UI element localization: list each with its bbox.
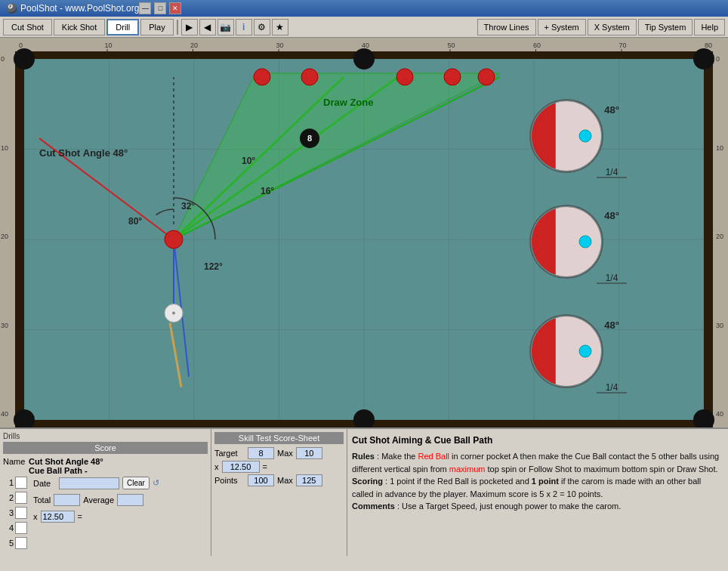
- score-box-4[interactable]: [15, 522, 27, 534]
- icon-btn-info[interactable]: i: [236, 19, 252, 35]
- score-row-3: 3: [3, 507, 27, 519]
- description-section: Cut Shot Aiming & Cue Ball Path Rules : …: [347, 429, 728, 556]
- titlebar: 🎱 PoolShot - www.PoolShot.org — □ ✕: [0, 0, 728, 17]
- scoring-text: : 1 point if the Red Ball is pocketed an…: [352, 477, 701, 498]
- desc-title: Cut Shot Aiming & Cue Ball Path: [352, 434, 723, 447]
- icon-btn-star[interactable]: ★: [272, 19, 288, 35]
- kick-shot-button[interactable]: Kick Shot: [54, 19, 105, 35]
- minimize-button[interactable]: —: [139, 2, 151, 14]
- comments-label: Comments: [352, 502, 395, 511]
- score-num-4: 4: [3, 523, 14, 532]
- rules-label: Rules: [352, 452, 375, 461]
- skill-section: Skill Test Score-Sheet Target Max x = Po…: [211, 429, 347, 556]
- throw-lines-button[interactable]: Throw Lines: [477, 19, 536, 35]
- multiply-label: x: [33, 512, 38, 521]
- separator-1: [177, 20, 178, 35]
- toolbar: Cut Shot Kick Shot Drill Play ▶ ◀ 📷 i ⚙ …: [0, 17, 728, 38]
- comments-text: : Use a Target Speed, just enough power …: [397, 502, 621, 511]
- close-button[interactable]: ✕: [169, 2, 181, 14]
- skill-test-header: Skill Test Score-Sheet: [214, 432, 344, 444]
- target-input[interactable]: [248, 447, 274, 459]
- score-section: Drills Score Name Cut Shot Angle 48° Cue…: [0, 429, 211, 556]
- score-box-1[interactable]: [15, 477, 27, 489]
- scoring-label: Scoring: [352, 477, 383, 486]
- name-label: Name: [3, 457, 26, 466]
- toolbar-right: Throw Lines + System X System Tip System…: [477, 19, 725, 35]
- score-num-1: 1: [3, 478, 14, 487]
- multiply-row: x =: [33, 511, 159, 523]
- points-row: Points Max: [214, 474, 344, 486]
- total-input[interactable]: [54, 494, 80, 506]
- x-label: x: [214, 462, 219, 471]
- drill-button[interactable]: Drill: [106, 19, 139, 35]
- points-label: Points: [214, 476, 245, 485]
- total-row: Total Average: [33, 494, 159, 506]
- score-row-4: 4: [3, 522, 27, 534]
- clear-button[interactable]: Clear: [122, 477, 150, 489]
- play-button[interactable]: Play: [140, 19, 173, 35]
- table-area[interactable]: [0, 38, 728, 427]
- max-input[interactable]: [296, 447, 322, 459]
- score-box-5[interactable]: [15, 537, 27, 549]
- icon-btn-play[interactable]: ▶: [181, 19, 198, 35]
- total-label: Total: [33, 495, 51, 505]
- rules-text: : Make the Red Ball in corner pocket A t…: [352, 452, 719, 474]
- date-row: Date Clear ↺: [33, 477, 159, 489]
- average-label: Average: [83, 495, 114, 505]
- help-button[interactable]: Help: [694, 19, 725, 35]
- plus-system-button[interactable]: + System: [538, 19, 586, 35]
- desc-text: Rules : Make the Red Ball in corner pock…: [352, 450, 723, 513]
- icon-btn-gear[interactable]: ⚙: [254, 19, 270, 35]
- average-input[interactable]: [117, 494, 143, 506]
- pool-canvas[interactable]: [0, 38, 728, 427]
- max-label: Max: [277, 449, 293, 458]
- score-num-3: 3: [3, 508, 14, 517]
- score-row-1: 1: [3, 477, 27, 489]
- score-row-2: 2: [3, 492, 27, 504]
- points-max-label: Max: [277, 476, 293, 485]
- score-box-2[interactable]: [15, 492, 27, 504]
- drills-label: Drills: [3, 432, 208, 440]
- date-label: Date: [33, 479, 56, 488]
- multiplier-row: x =: [214, 461, 344, 473]
- score-num-5: 5: [3, 539, 14, 548]
- score-num-2: 2: [3, 493, 14, 502]
- score-row-5: 5: [3, 537, 27, 549]
- drill-name-line2: Cue Ball Path -: [29, 466, 103, 475]
- icon-btn-back[interactable]: ◀: [199, 19, 216, 35]
- x-system-button[interactable]: X System: [588, 19, 637, 35]
- tip-system-button[interactable]: Tip System: [638, 19, 693, 35]
- bottom-panel: Drills Score Name Cut Shot Angle 48° Cue…: [0, 427, 728, 556]
- date-input[interactable]: [59, 477, 119, 489]
- cut-shot-button[interactable]: Cut Shot: [3, 19, 52, 35]
- app-icon: 🎱: [6, 3, 17, 14]
- icon-btn-camera[interactable]: 📷: [217, 19, 234, 35]
- score-header: Score: [3, 442, 208, 454]
- target-row: Target Max: [214, 447, 344, 459]
- points-input[interactable]: [248, 474, 274, 486]
- titlebar-title: PoolShot - www.PoolShot.org: [20, 3, 139, 14]
- equals-label: =: [78, 512, 82, 521]
- maximize-button[interactable]: □: [154, 2, 166, 14]
- score-box-3[interactable]: [15, 507, 27, 519]
- refresh-icon[interactable]: ↺: [153, 478, 159, 488]
- multiply-input[interactable]: [41, 511, 75, 523]
- drill-name-line1: Cut Shot Angle 48°: [29, 457, 103, 466]
- target-label: Target: [214, 449, 245, 458]
- x-input[interactable]: [222, 461, 260, 473]
- points-max-input[interactable]: [296, 474, 322, 486]
- skill-equals: =: [263, 462, 267, 471]
